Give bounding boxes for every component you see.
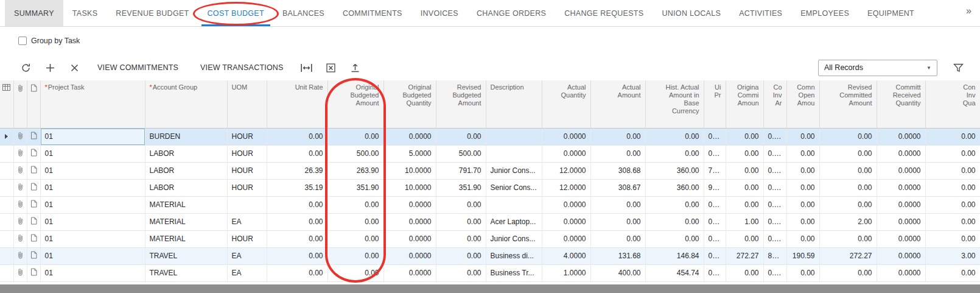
cell-committed_received_quantity[interactable]: 0.0000 [877, 264, 925, 281]
cell-original_budgeted_amount[interactable]: 500.00 [327, 145, 383, 162]
table-row[interactable]: 01TRAVELEA0.000.000.00000.00Business di.… [0, 247, 980, 264]
cell-actual_amount[interactable]: 0.00 [590, 145, 645, 162]
row-note-cell[interactable] [27, 179, 40, 196]
cell-original_budgeted_amount[interactable]: 0.00 [327, 213, 383, 230]
cell-description[interactable]: Junior Cons... [486, 162, 542, 179]
cell-account_group[interactable]: LABOR [145, 162, 227, 179]
row-attachment-cell[interactable] [13, 213, 27, 230]
tab-invoices[interactable]: INVOICES [411, 0, 467, 26]
column-header-original_committed_amount[interactable]: Origina Commi Amoun [726, 80, 763, 128]
export-to-excel-button[interactable] [319, 58, 343, 77]
tab-equipment[interactable]: EQUIPMENT [858, 0, 923, 26]
column-header-committed_invoiced_quantity[interactable]: Con Inv Qua [925, 80, 980, 128]
row-attachment-cell[interactable] [13, 162, 27, 179]
cell-committed_invoiced_quantity[interactable]: 0.00 [925, 179, 980, 196]
refresh-button[interactable] [13, 58, 38, 77]
cell-committed_open_amount[interactable]: 0.00 [786, 179, 819, 196]
cell-committed_open_amount[interactable]: 0.00 [786, 264, 819, 281]
cell-description[interactable] [486, 145, 542, 162]
row-attachment-cell[interactable] [13, 230, 27, 247]
column-header-description[interactable]: Description [486, 80, 542, 128]
cell-account_group[interactable]: MATERIAL [145, 213, 227, 230]
cell-committed_invoiced_quantity[interactable]: 0.00 [925, 213, 980, 230]
tab-commitments[interactable]: COMMITMENTS [334, 0, 411, 26]
cell-revised_committed_amount[interactable]: 0.00 [819, 179, 877, 196]
cell-original_budgeted_quantity[interactable]: 10.0000 [383, 162, 436, 179]
cell-committed_invoiced_amount[interactable]: 0.00 [763, 213, 786, 230]
cell-original_committed_amount[interactable]: 0.00 [726, 162, 763, 179]
cell-committed_invoiced_quantity[interactable]: 0.00 [925, 230, 980, 247]
cell-original_budgeted_quantity[interactable]: 10.0000 [383, 179, 436, 196]
row-note-cell[interactable] [27, 162, 40, 179]
cell-revised_budgeted_amount[interactable]: 0.00 [436, 247, 486, 264]
cell-original_committed_amount[interactable]: 0.00 [726, 179, 763, 196]
cell-revised_committed_amount[interactable]: 272.27 [819, 247, 877, 264]
view-commitments-button[interactable]: VIEW COMMITMENTS [91, 58, 184, 77]
cell-committed_open_amount[interactable]: 0.00 [786, 213, 819, 230]
cell-project_task[interactable]: 01 [40, 145, 145, 162]
cell-committed_invoiced_quantity[interactable]: 0.00 [925, 145, 980, 162]
cell-original_budgeted_quantity[interactable]: 0.0000 [383, 264, 436, 281]
column-header-project_task[interactable]: *Project Task [40, 80, 145, 128]
tab-balances[interactable]: BALANCES [273, 0, 334, 26]
cell-committed_open_amount[interactable]: 190.59 [786, 247, 819, 264]
cell-project_task[interactable]: 01 [40, 128, 145, 145]
tab-change-orders[interactable]: CHANGE ORDERS [467, 0, 555, 26]
cell-uom[interactable]: HOUR [227, 128, 267, 145]
cell-actual_quantity[interactable]: 12.0000 [542, 179, 590, 196]
cell-uom[interactable]: EA [227, 247, 267, 264]
cell-account_group[interactable]: MATERIAL [145, 196, 227, 213]
column-header-unit_price[interactable]: Ui Pr [704, 80, 726, 128]
cell-description[interactable]: Business Tr... [486, 264, 542, 281]
cell-original_budgeted_amount[interactable]: 0.00 [327, 196, 383, 213]
cell-committed_received_quantity[interactable]: 0.0000 [877, 247, 925, 264]
cell-unit_rate[interactable]: 0.00 [267, 247, 327, 264]
tab-revenue-budget[interactable]: REVENUE BUDGET [107, 0, 198, 26]
cell-committed_invoiced_amount[interactable]: 0.00 [763, 264, 786, 281]
row-attachment-cell[interactable] [13, 264, 27, 281]
cell-revised_committed_amount[interactable]: 0.00 [819, 230, 877, 247]
cell-revised_budgeted_amount[interactable]: 0.00 [436, 196, 486, 213]
cell-unit_price[interactable]: 0.00 [704, 128, 726, 145]
cell-original_budgeted_quantity[interactable]: 0.0000 [383, 128, 436, 145]
cell-committed_open_amount[interactable]: 0.00 [786, 162, 819, 179]
cell-committed_received_quantity[interactable]: 0.0000 [877, 230, 925, 247]
cell-original_committed_amount[interactable]: 0.00 [726, 230, 763, 247]
cell-actual_amount[interactable]: 131.68 [590, 247, 645, 264]
cell-actual_quantity[interactable]: 0.0000 [542, 145, 590, 162]
cell-actual_amount[interactable]: 0.00 [590, 213, 645, 230]
cell-actual_amount[interactable]: 400.00 [590, 264, 645, 281]
cell-actual_quantity[interactable]: 0.0000 [542, 128, 590, 145]
cell-revised_budgeted_amount[interactable]: 351.90 [436, 179, 486, 196]
cell-unit_rate[interactable]: 26.39 [267, 162, 327, 179]
cell-original_budgeted_quantity[interactable]: 0.0000 [383, 196, 436, 213]
column-header-uom[interactable]: UOM [227, 80, 267, 128]
table-row[interactable]: 01MATERIAL0.000.000.00000.000.00000.000.… [0, 196, 980, 213]
row-note-cell[interactable] [27, 230, 40, 247]
tab-cost-budget[interactable]: COST BUDGET [198, 0, 273, 26]
cell-original_budgeted_quantity[interactable]: 0.0000 [383, 230, 436, 247]
tab-summary[interactable]: SUMMARY [5, 0, 63, 26]
cell-unit_price[interactable]: 0.00 [704, 145, 726, 162]
cell-project_task[interactable]: 01 [40, 162, 145, 179]
cell-revised_budgeted_amount[interactable]: 500.00 [436, 145, 486, 162]
cell-committed_invoiced_amount[interactable]: 0.00 [763, 162, 786, 179]
cell-unit_rate[interactable]: 0.00 [267, 128, 327, 145]
column-header-committed_open_amount[interactable]: Comn Open Amou [786, 80, 819, 128]
tab-union-locals[interactable]: UNION LOCALS [653, 0, 730, 26]
filter-settings-button[interactable] [946, 58, 970, 77]
cell-original_budgeted_quantity[interactable]: 5.0000 [383, 145, 436, 162]
cell-hist_actual_amount_in_base_currency[interactable]: 360.00 [645, 179, 704, 196]
cell-project_task[interactable]: 01 [40, 247, 145, 264]
table-row[interactable]: 01LABORHOUR26.39263.9010.0000791.70Junio… [0, 162, 980, 179]
cell-unit_rate[interactable]: 0.00 [267, 196, 327, 213]
cell-actual_quantity[interactable]: 0.0000 [542, 213, 590, 230]
table-row[interactable]: 01TRAVELEA0.000.000.00000.00Business Tr.… [0, 264, 980, 281]
column-header-actual_amount[interactable]: Actual Amount [590, 80, 645, 128]
cell-revised_committed_amount[interactable]: 2.00 [819, 213, 877, 230]
cell-revised_budgeted_amount[interactable]: 0.00 [436, 128, 486, 145]
cell-actual_amount[interactable]: 0.00 [590, 230, 645, 247]
cell-committed_invoiced_quantity[interactable]: 0.00 [925, 162, 980, 179]
row-note-cell[interactable] [27, 213, 40, 230]
load-records-button[interactable] [343, 58, 368, 77]
